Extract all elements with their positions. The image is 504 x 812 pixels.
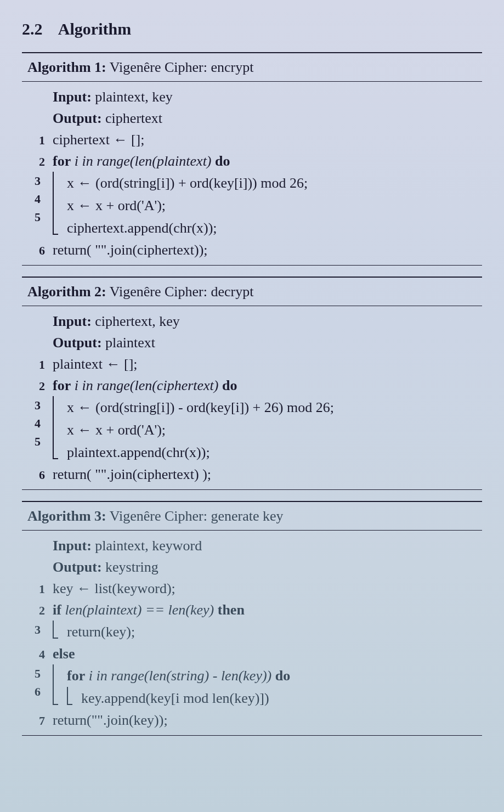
input-value: plaintext, key: [95, 89, 173, 105]
input-line: Input: ciphertext, key: [30, 311, 482, 332]
rule: [22, 81, 482, 82]
line-number: 6: [30, 241, 45, 260]
input-value: ciphertext, key: [95, 313, 180, 329]
section-title: Algorithm: [58, 20, 131, 38]
rule: [22, 501, 482, 502]
code-line: 7 return("".join(key));: [30, 709, 482, 731]
keyword-do: do: [215, 153, 230, 169]
line-number: 1: [30, 131, 45, 149]
code-line: 1 key ← list(keyword);: [30, 578, 482, 599]
code: ciphertext.append(chr(x));: [67, 217, 482, 239]
code: plaintext.append(chr(x));: [67, 442, 482, 463]
loop-cond: i in range(len(ciphertext): [75, 377, 219, 393]
code: plaintext ← [];: [53, 353, 482, 375]
code-line: 1 ciphertext ← [];: [30, 129, 482, 150]
keyword-for: for: [53, 153, 71, 169]
code: x ← (ord(string[i]) - ord(key[i]) + 26) …: [67, 397, 482, 418]
output-label: Output:: [53, 335, 102, 351]
keyword-do: do: [275, 668, 290, 684]
algo-label: Algorithm 3:: [27, 508, 106, 524]
algo-body: Input: plaintext, key Output: ciphertext…: [22, 84, 482, 263]
input-line: Input: plaintext, keyword: [30, 535, 482, 556]
algo-title: Algorithm 3: Vigenêre Cipher: generate k…: [22, 504, 482, 528]
code-line: 4 else: [30, 643, 482, 664]
line-number: 1: [30, 356, 45, 374]
code-line: 2 for i in range(len(plaintext) do: [30, 150, 482, 172]
algorithm-2: Algorithm 2: Vigenêre Cipher: decrypt In…: [22, 277, 482, 490]
line-number: 3: [30, 621, 41, 639]
line-number: 1: [30, 580, 45, 598]
code-line: 1 plaintext ← [];: [30, 353, 482, 375]
keyword-if: if: [53, 602, 61, 618]
code-line: 6 return( "".join(ciphertext) );: [30, 464, 482, 485]
section-number: 2.2: [22, 20, 43, 38]
line-number: 7: [30, 712, 45, 730]
line-number: 3: [30, 172, 41, 190]
line-number: 4: [30, 414, 41, 432]
rule: [22, 52, 482, 53]
line-number: 4: [30, 190, 41, 208]
input-label: Input:: [53, 89, 92, 105]
algo-label: Algorithm 2:: [27, 284, 106, 300]
line-number: 5: [30, 664, 41, 683]
output-value: keystring: [105, 559, 158, 575]
line-number: 6: [30, 466, 45, 484]
rule: [22, 489, 482, 490]
output-label: Output:: [53, 110, 102, 126]
rule: [22, 530, 482, 531]
algo-name: Vigenêre Cipher: generate key: [110, 508, 284, 524]
line-number: 4: [30, 645, 45, 663]
cond: len(plaintext) == len(key): [65, 602, 214, 618]
code: return(key);: [67, 621, 482, 642]
algo-label: Algorithm 1:: [27, 59, 106, 75]
line-number: 5: [30, 432, 41, 450]
code-line: 2 for i in range(len(ciphertext) do: [30, 375, 482, 396]
line-number: 6: [30, 683, 41, 701]
code-line: 2 if len(plaintext) == len(key) then: [30, 599, 482, 621]
output-line: Output: plaintext: [30, 332, 482, 353]
line-number: 5: [30, 208, 41, 226]
keyword-for: for: [67, 668, 85, 684]
input-line: Input: plaintext, key: [30, 86, 482, 108]
line-number: 2: [30, 601, 45, 619]
rule: [22, 735, 482, 736]
output-value: ciphertext: [105, 110, 162, 126]
line-number: 3: [30, 396, 41, 414]
code-line: 6 return( "".join(ciphertext));: [30, 239, 482, 261]
section-header: 2.2 Algorithm: [22, 16, 482, 41]
output-line: Output: keystring: [30, 556, 482, 578]
keyword-do: do: [222, 377, 237, 393]
loop-cond: i in range(len(string) - len(key)): [89, 668, 272, 684]
code: x ← (ord(string[i]) + ord(key[i])) mod 2…: [67, 172, 482, 194]
line-number: 2: [30, 377, 45, 395]
output-label: Output:: [53, 559, 102, 575]
rule: [22, 277, 482, 278]
algo-name: Vigenêre Cipher: decrypt: [110, 284, 254, 300]
code: return("".join(key));: [53, 709, 482, 731]
code: return( "".join(ciphertext));: [53, 239, 482, 261]
code: x ← x + ord('A');: [67, 419, 482, 441]
output-line: Output: ciphertext: [30, 108, 482, 129]
input-label: Input:: [53, 538, 92, 554]
algo-title: Algorithm 2: Vigenêre Cipher: decrypt: [22, 280, 482, 303]
line-number: 2: [30, 153, 45, 171]
algo-body: Input: plaintext, keyword Output: keystr…: [22, 533, 482, 733]
rule: [22, 265, 482, 266]
loop-cond: i in range(len(plaintext): [75, 153, 212, 169]
code: key.append(key[i mod len(key)]): [81, 687, 482, 709]
algorithm-1: Algorithm 1: Vigenêre Cipher: encrypt In…: [22, 52, 482, 266]
keyword-then: then: [218, 602, 245, 618]
rule: [22, 306, 482, 306]
algo-name: Vigenêre Cipher: encrypt: [110, 59, 254, 75]
output-value: plaintext: [105, 335, 155, 351]
algo-title: Algorithm 1: Vigenêre Cipher: encrypt: [22, 55, 482, 79]
input-label: Input:: [53, 313, 92, 329]
code: x ← x + ord('A');: [67, 195, 482, 216]
keyword-for: for: [53, 377, 71, 393]
code: ciphertext ← [];: [53, 129, 482, 150]
algorithm-3: Algorithm 3: Vigenêre Cipher: generate k…: [22, 501, 482, 736]
code: return( "".join(ciphertext) );: [53, 464, 482, 485]
algo-body: Input: ciphertext, key Output: plaintext…: [22, 308, 482, 487]
keyword-else: else: [53, 643, 482, 664]
code: key ← list(keyword);: [53, 578, 482, 599]
